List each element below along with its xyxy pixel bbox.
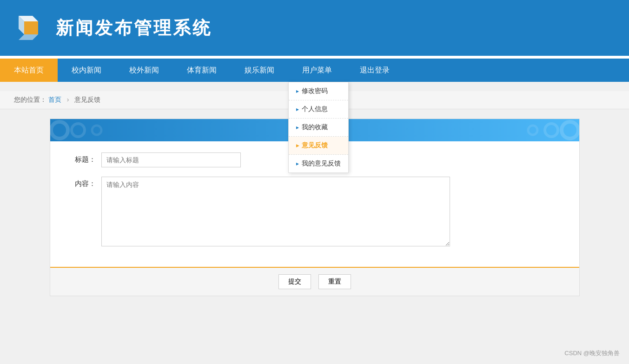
- dropdown-feedback[interactable]: ▸ 意见反馈: [289, 137, 348, 155]
- nav-item-entertainment-news[interactable]: 娱乐新闻: [231, 59, 288, 82]
- content-label: 内容：: [64, 177, 101, 188]
- nav-item-campus-news[interactable]: 校内新闻: [58, 59, 115, 82]
- arrow-icon: ▸: [296, 160, 299, 167]
- nav-item-logout[interactable]: 退出登录: [346, 59, 404, 82]
- arrow-icon: ▸: [296, 106, 299, 113]
- form-footer: 提交 重置: [50, 267, 579, 296]
- user-dropdown-menu: ▸ 修改密码 ▸ 个人信息 ▸ 我的收藏 ▸ 意见反馈 ▸ 我的意见反馈: [288, 82, 349, 173]
- title-label: 标题：: [64, 152, 101, 164]
- breadcrumb-current: 意见反馈: [74, 96, 100, 103]
- nav-item-sports-news[interactable]: 体育新闻: [173, 59, 231, 82]
- content-textarea[interactable]: [101, 177, 450, 246]
- site-header: 新闻发布管理系统: [0, 0, 629, 56]
- dropdown-my-favorites[interactable]: ▸ 我的收藏: [289, 119, 348, 137]
- arrow-icon: ▸: [296, 88, 299, 94]
- arrow-icon: ▸: [296, 142, 299, 149]
- submit-button[interactable]: 提交: [278, 274, 311, 289]
- title-input[interactable]: [101, 152, 241, 167]
- dropdown-personal-info[interactable]: ▸ 个人信息: [289, 100, 348, 119]
- nav-item-user-menu[interactable]: 用户菜单 ▸ 修改密码 ▸ 个人信息 ▸ 我的收藏 ▸ 意见反馈 ▸ 我的意见反…: [288, 59, 346, 82]
- arrow-icon: ▸: [296, 124, 299, 131]
- breadcrumb-home[interactable]: 首页: [48, 96, 61, 103]
- svg-marker-3: [19, 34, 38, 40]
- site-title: 新闻发布管理系统: [56, 16, 212, 40]
- navbar: 本站首页 校内新闻 校外新闻 体育新闻 娱乐新闻 用户菜单 ▸ 修改密码 ▸ 个…: [0, 59, 629, 82]
- content-row: 内容：: [64, 177, 565, 246]
- page-footer: CSDN @晚安独角兽: [564, 349, 620, 357]
- svg-marker-2: [24, 21, 38, 34]
- logo-icon: [14, 11, 47, 45]
- breadcrumb-prefix: 您的位置：: [14, 96, 46, 103]
- reset-button[interactable]: 重置: [318, 274, 351, 289]
- logo-area: 新闻发布管理系统: [14, 11, 212, 45]
- dropdown-change-password[interactable]: ▸ 修改密码: [289, 82, 348, 100]
- nav-item-off-campus-news[interactable]: 校外新闻: [115, 59, 173, 82]
- nav-item-home[interactable]: 本站首页: [0, 59, 58, 82]
- breadcrumb-separator: ›: [67, 96, 69, 103]
- dropdown-my-feedback[interactable]: ▸ 我的意见反馈: [289, 155, 348, 172]
